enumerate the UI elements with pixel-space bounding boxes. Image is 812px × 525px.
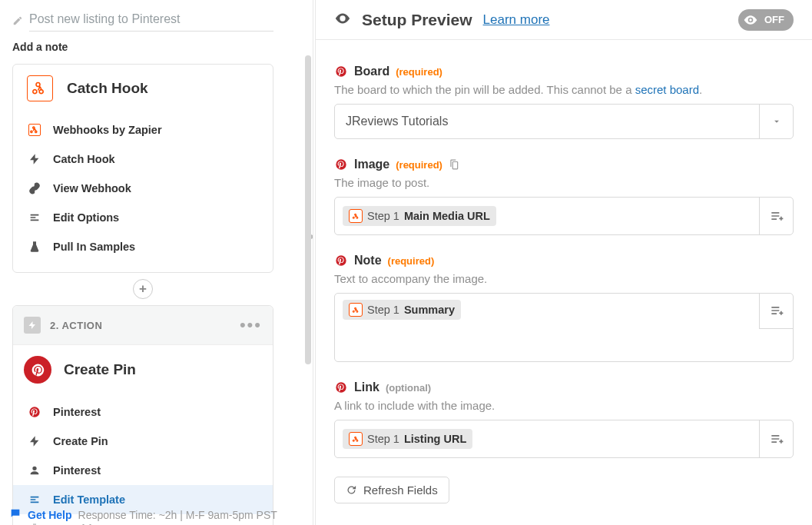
copy-icon[interactable] (449, 159, 459, 170)
zap-title[interactable]: Post new listing to Pinterest (29, 12, 273, 32)
trigger-title: Catch Hook (67, 80, 148, 97)
note-input[interactable]: Step 1 Summary (334, 293, 794, 362)
lines-icon (27, 492, 42, 507)
pinterest-icon (334, 158, 348, 171)
required-badge: (required) (396, 66, 442, 78)
board-label: Board (354, 65, 389, 78)
link-input[interactable]: Step 1 Listing URL (334, 420, 794, 458)
pinterest-icon (334, 380, 348, 394)
learn-more-link[interactable]: Learn more (483, 12, 550, 28)
item-label: Webhooks by Zapier (53, 124, 162, 136)
flask-icon (27, 239, 42, 254)
pinterest-icon (334, 254, 348, 267)
link-description: A link to include with the image. (334, 399, 794, 412)
pinterest-icon (334, 65, 348, 78)
insert-field-button[interactable] (759, 420, 793, 457)
trigger-card: Catch Hook Webhooks by Zapier Catch Hook… (12, 64, 273, 273)
toggle-knob-icon (743, 12, 758, 28)
chat-icon (9, 507, 22, 522)
item-label: Pinterest (53, 406, 101, 418)
field-image: Image (required) The image to post. Step… (334, 158, 794, 235)
secret-board-link[interactable]: secret board (635, 83, 699, 96)
note-description: Text to accompany the image. (334, 272, 794, 285)
webhooks-mini-icon (349, 432, 363, 446)
left-scrollbar[interactable] (305, 55, 311, 364)
action-header-label: 2. ACTION (50, 320, 230, 331)
right-header: Setup Preview Learn more OFF (316, 0, 812, 40)
action-item-create-pin[interactable]: Create Pin (13, 427, 273, 456)
note-token[interactable]: Step 1 Summary (343, 300, 461, 320)
preview-title: Setup Preview (362, 11, 472, 29)
item-label: Edit Template (53, 493, 125, 506)
person-icon (27, 463, 42, 478)
field-note: Note (required) Text to accompany the im… (334, 254, 794, 362)
item-label: Create Pin (53, 435, 108, 447)
webhooks-mini-icon (349, 209, 363, 223)
image-token[interactable]: Step 1 Main Media URL (343, 206, 496, 226)
pinterest-icon (27, 404, 42, 420)
trigger-item-hook[interactable]: Catch Hook (13, 145, 273, 174)
get-help-link[interactable]: Get Help (28, 509, 72, 521)
panel-expand-icon[interactable]: ▸ (311, 231, 313, 241)
image-label: Image (354, 158, 389, 171)
image-description: The image to post. (334, 176, 794, 189)
chevron-down-icon (759, 105, 793, 138)
action-title: Create Pin (64, 361, 136, 378)
pencil-icon[interactable] (12, 15, 23, 29)
right-panel: Setup Preview Learn more OFF Board (requ… (315, 0, 812, 525)
item-label: Pull In Samples (53, 241, 135, 253)
trigger-item-view-webhook[interactable]: View Webhook (13, 174, 273, 203)
webhooks-app-icon (27, 75, 53, 101)
required-badge: (required) (396, 159, 442, 171)
link-icon (27, 181, 42, 196)
trigger-item-app[interactable]: Webhooks by Zapier (13, 115, 273, 145)
trigger-item-pull-samples[interactable]: Pull In Samples (13, 232, 273, 261)
action-card: 2. ACTION ••• Create Pin Pinterest Creat… (12, 305, 273, 525)
add-note-link[interactable]: Add a note (12, 36, 273, 64)
item-label: Catch Hook (53, 153, 115, 165)
help-meta: Response Time: ~2h | M-F 9am-5pm PST (78, 509, 277, 521)
item-label: Pinterest (53, 464, 101, 477)
action-item-account[interactable]: Pinterest (13, 456, 273, 485)
help-bar: Get Help Response Time: ~2h | M-F 9am-5p… (9, 507, 277, 522)
link-label: Link (354, 380, 379, 394)
action-bolt-icon (24, 317, 41, 334)
bolt-icon (27, 151, 42, 167)
zap-title-row: Post new listing to Pinterest (12, 0, 273, 36)
lines-icon (27, 210, 42, 225)
field-board: Board (required) The board to which the … (334, 65, 794, 139)
refresh-icon (346, 484, 357, 496)
toggle-label: OFF (764, 14, 784, 25)
link-token[interactable]: Step 1 Listing URL (343, 429, 472, 449)
bolt-icon (27, 434, 42, 449)
add-step-button[interactable]: + (133, 279, 153, 299)
webhooks-mini-icon (349, 303, 363, 317)
eye-icon (334, 10, 351, 30)
preview-toggle[interactable]: OFF (738, 9, 794, 31)
refresh-fields-button[interactable]: Refresh Fields (334, 477, 449, 503)
board-dropdown[interactable]: JReviews Tutorials (334, 104, 794, 139)
image-input[interactable]: Step 1 Main Media URL (334, 197, 794, 235)
left-panel: Post new listing to Pinterest Add a note… (0, 0, 313, 525)
required-badge: (required) (388, 255, 435, 267)
note-label: Note (354, 254, 382, 267)
field-link: Link (optional) A link to include with t… (334, 380, 794, 458)
item-label: Edit Options (53, 211, 119, 224)
pinterest-app-icon (24, 356, 51, 384)
trigger-item-edit-options[interactable]: Edit Options (13, 203, 273, 232)
board-value: JReviews Tutorials (335, 105, 759, 138)
action-menu-button[interactable]: ••• (240, 315, 262, 335)
insert-field-button[interactable] (759, 294, 793, 329)
action-item-app[interactable]: Pinterest (13, 397, 273, 427)
board-description: The board to which the pin will be added… (334, 83, 794, 96)
item-label: View Webhook (53, 182, 131, 194)
optional-badge: (optional) (386, 382, 431, 394)
insert-field-button[interactable] (759, 198, 793, 234)
